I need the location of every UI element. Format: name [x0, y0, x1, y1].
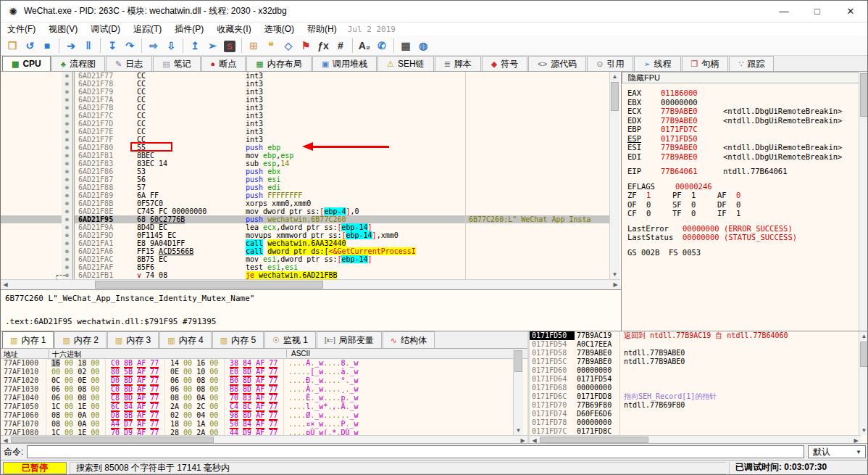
open-file-icon[interactable]: ❐ — [4, 38, 21, 54]
tab-call-stack[interactable]: ▣调用堆栈 — [312, 56, 377, 71]
disasm-row[interactable]: ●6AD21FA6FF15 ACD5566Bcall dword ptr ds:… — [1, 247, 610, 255]
breakpoint-dot[interactable]: ● — [62, 247, 75, 255]
tab-handles[interactable]: ❒句柄 — [682, 56, 729, 71]
dump-row[interactable]: 77AF103006 00 08 00C0 8D AF 7706 00 08 0… — [1, 385, 527, 394]
disasm-row[interactable]: ●6AD21F7ECCint3 — [1, 128, 610, 136]
tab-dump-4[interactable]: ▥内存 4 — [159, 331, 211, 348]
scroll-down-icon[interactable]: ▼ — [514, 426, 523, 435]
registers-vertical-scrollbar[interactable] — [859, 72, 868, 338]
tab-trace[interactable]: ∵跟踪 — [729, 56, 774, 71]
tab-struct[interactable]: ∿结构体 — [383, 331, 435, 348]
attach-icon[interactable]: ➢ — [204, 38, 221, 54]
disasm-row[interactable]: ●6AD21F78CCint3 — [1, 80, 610, 88]
stack-row[interactable]: 0171FD6800000000 — [530, 384, 861, 392]
animate-into-icon[interactable]: ⇨ — [145, 38, 162, 54]
breakpoint-dot[interactable]: ● — [62, 96, 75, 104]
stack-row[interactable]: 0171FD74D60FE6D6 — [530, 410, 861, 418]
menu-item-i[interactable]: 收藏夹(I) — [210, 23, 257, 36]
scroll-right-icon[interactable]: ▶ — [611, 280, 620, 289]
tab-log[interactable]: ✎日志 — [106, 56, 152, 71]
stack-row[interactable]: 0171FD6000000000 — [530, 366, 861, 375]
breakpoint-dot[interactable]: ● — [62, 168, 75, 175]
menu-item-t[interactable]: 追踪(T) — [127, 23, 168, 36]
restart-icon[interactable]: ↺ — [21, 38, 38, 54]
menu-item-p[interactable]: 插件(P) — [168, 23, 210, 36]
breakpoint-dot[interactable]: ● — [62, 207, 75, 215]
register-list[interactable]: EAX01186000EBX00000000ECX77B9ABE0<ntdll.… — [622, 84, 859, 265]
register-row[interactable]: ECX77B9ABE0<ntdll.DbgUiRemoteBreakin> — [627, 107, 859, 116]
disasm-row[interactable]: ●6AD21F8B0F57C0xorps xmm0,xmm0 — [1, 199, 610, 207]
tab-cpu[interactable]: ▦CPU — [2, 56, 51, 71]
stack-row[interactable]: 0171FD7C0171FD8C — [530, 427, 861, 435]
labels-icon[interactable]: ◇ — [280, 38, 297, 54]
stack-row[interactable]: 0171FD5877B9ABE0ntdll.77B9ABE0 — [530, 349, 861, 358]
scroll-down-icon[interactable]: ▼ — [859, 426, 868, 435]
scroll-up-icon[interactable]: ▲ — [610, 72, 619, 81]
tab-dump-1[interactable]: ▥内存 1 — [2, 331, 54, 348]
tab-symbols[interactable]: ◆符号 — [482, 56, 527, 71]
patches-icon[interactable]: ⊞ — [245, 38, 262, 54]
maximize-button[interactable]: □ — [801, 1, 834, 22]
modules-icon[interactable]: ✆ — [373, 38, 391, 54]
dump-row[interactable]: 77AF104006 00 08 00C8 8D AF 7708 00 0A 0… — [1, 394, 527, 402]
stack-pane[interactable]: 0171FD5077B9AC19返回到 ntdll.77B9AC19 自 ntd… — [527, 331, 868, 444]
disasm-row[interactable]: ●6AD21F8EC745 FC 00000000mov dword ptr s… — [1, 207, 610, 215]
menu-item-f[interactable]: 文件(F) — [1, 23, 42, 36]
animate-over-icon[interactable]: ⇩ — [162, 38, 180, 54]
breakpoint-dot[interactable]: ● — [62, 199, 75, 207]
tab-dump-2[interactable]: ▥内存 2 — [54, 331, 106, 348]
disasm-row[interactable]: ●6AD21F896A FFpush FFFFFFFF — [1, 191, 610, 199]
disasm-row[interactable]: ●6AD21F9A8D4D EClea ecx,dword ptr ss:[eb… — [1, 223, 610, 231]
register-row[interactable]: EIP77B64061ntdll.77B64061 — [627, 167, 859, 176]
dump-row[interactable]: 77AF101000 00 02 0080 5B AF 770E 00 10 0… — [1, 368, 527, 376]
dump-row[interactable]: 77AF100016 00 18 00C0 8B AF 7714 00 16 0… — [1, 359, 527, 368]
breakpoint-dot[interactable]: ● — [62, 263, 75, 271]
command-input[interactable] — [27, 445, 804, 458]
stack-row[interactable]: 0171FD7800000000 — [530, 418, 861, 427]
disasm-row[interactable]: ●6AD21F818BECmov ebp,esp — [1, 152, 610, 160]
close-debuggee-icon[interactable]: ■ — [38, 38, 56, 54]
disasm-row[interactable]: ●6AD21F7DCCint3 — [1, 120, 610, 128]
tab-source[interactable]: <>源代码 — [528, 56, 586, 71]
tab-notes[interactable]: ▤笔记 — [153, 56, 200, 71]
scrollbar-thumb[interactable] — [860, 342, 868, 367]
disasm-row[interactable]: ●6AD21F8756push esi — [1, 175, 610, 183]
disasm-row[interactable]: ●6AD21FA1E8 9A04D1FFcall wechatwin.6AA32… — [1, 239, 610, 247]
disassembly-pane[interactable]: ●6AD21F77CCint3●6AD21F78CCint3●6AD21F79C… — [1, 72, 622, 289]
scrollbar-thumb[interactable] — [514, 350, 522, 372]
step-into-icon[interactable]: ↧ — [104, 38, 121, 54]
register-row[interactable]: EDX77B9ABE0<ntdll.DbgUiRemoteBreakin> — [627, 116, 859, 125]
disasm-row[interactable]: ●6AD21FAC8B75 ECmov esi,dword ptr ss:[eb… — [1, 255, 610, 263]
ascii-table-icon[interactable]: A₂ — [356, 38, 373, 54]
register-row[interactable]: EDI77B9ABE0<ntdll.DbgUiRemoteBreakin> — [627, 152, 859, 162]
breakpoint-dot[interactable]: ● — [62, 191, 75, 199]
command-script-select[interactable]: 默认 ▼ — [808, 445, 866, 458]
tab-script[interactable]: ≣脚本 — [435, 56, 481, 71]
disasm-row[interactable]: ●6AD21FB1∨ 74 08je wechatwin.6AD21FBB — [1, 271, 610, 279]
dump-row[interactable]: 77AF106008 00 0A 00D8 8B AF 7702 00 04 0… — [1, 411, 527, 420]
disasm-row[interactable]: ●6AD21F8653push ebx — [1, 168, 610, 175]
breakpoint-dot[interactable]: ● — [62, 80, 75, 88]
scrollbar-thumb[interactable] — [95, 281, 323, 289]
breakpoint-dot[interactable]: ● — [62, 136, 75, 144]
dump-row[interactable]: 77AF10801C 00 1E 0070 D9 AF 7728 00 2A 0… — [1, 429, 527, 435]
tab-memory-map[interactable]: ▦内存布局 — [246, 56, 311, 71]
hide-fpu-button[interactable]: 隐藏FPU — [622, 72, 868, 83]
register-row[interactable]: ESI77B9ABE0<ntdll.DbgUiRemoteBreakin> — [627, 143, 859, 152]
stack-row[interactable]: 0171FD54A0C17EEA — [530, 340, 861, 349]
scrollbar-thumb[interactable] — [11, 437, 214, 443]
pause-icon[interactable]: ‖ — [80, 38, 97, 54]
step-over-icon[interactable]: ↷ — [121, 38, 138, 54]
disasm-row[interactable]: ●6AD21F7CCCint3 — [1, 112, 610, 120]
scroll-up-icon[interactable]: ▲ — [859, 331, 868, 341]
execute-till-return-icon[interactable]: ↥ — [186, 38, 204, 54]
menu-item-v[interactable]: 视图(V) — [42, 23, 84, 36]
breakpoint-dot[interactable]: ● — [62, 231, 75, 239]
menu-item-o[interactable]: 选项(O) — [258, 23, 301, 36]
hash-icon[interactable]: # — [332, 38, 349, 54]
breakpoint-dot[interactable]: ● — [62, 183, 75, 191]
breakpoint-dot[interactable]: ● — [62, 215, 75, 223]
registers-pane[interactable]: 隐藏FPU EAX01186000EBX00000000ECX77B9ABE0<… — [622, 72, 868, 331]
breakpoint-dot[interactable]: ● — [62, 255, 75, 263]
disasm-row[interactable]: ●6AD21F8857push edi — [1, 183, 610, 191]
